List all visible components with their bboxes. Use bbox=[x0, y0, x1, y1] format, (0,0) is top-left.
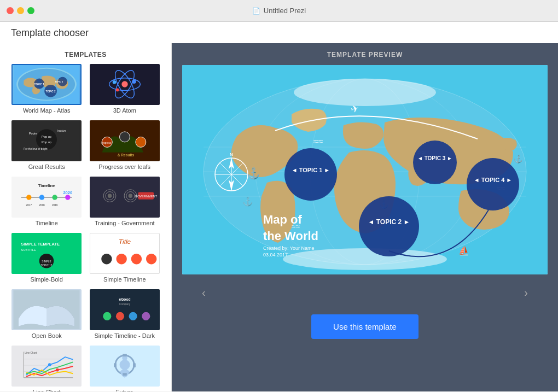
svg-text:Pop up: Pop up bbox=[42, 135, 51, 138]
svg-point-58 bbox=[101, 254, 112, 264]
svg-point-44 bbox=[108, 194, 112, 198]
svg-text:Company: Company bbox=[119, 303, 131, 306]
template-label-world-map: World Map - Atlas bbox=[23, 107, 71, 114]
svg-text:Pop up: Pop up bbox=[42, 141, 51, 144]
svg-text:SUBTITLE: SUBTITLE bbox=[21, 248, 36, 251]
preview-navigation: ‹ › bbox=[182, 277, 548, 309]
right-panel: TEMPLATE PREVIEW bbox=[172, 43, 558, 391]
template-item-simple-timeline-dark[interactable]: eGood Company Simple Timeline - Dark bbox=[86, 289, 164, 346]
svg-point-122 bbox=[284, 148, 337, 201]
svg-text:the World: the World bbox=[263, 229, 318, 243]
preview-section-label: TEMPLATE PREVIEW bbox=[172, 43, 558, 65]
template-item-open-book[interactable]: Open Book bbox=[8, 289, 86, 346]
template-thumb-3d-atom bbox=[90, 64, 160, 105]
template-item-great-results[interactable]: Pop up Pop up Popin Incisive For the lov… bbox=[8, 120, 86, 177]
svg-text:Created by: Your Name: Created by: Your Name bbox=[263, 245, 315, 251]
svg-text:Timeline: Timeline bbox=[38, 183, 55, 188]
left-panel: TEMPLATES bbox=[0, 43, 172, 391]
svg-point-61 bbox=[146, 254, 156, 264]
svg-rect-85 bbox=[123, 373, 127, 376]
svg-text:Title: Title bbox=[119, 238, 131, 245]
svg-text:Line Chart: Line Chart bbox=[25, 352, 37, 354]
template-thumb-simple-bold: SIMPLE TEMPLATE SUBTITLE SIMPLE TOPIC 12 bbox=[11, 233, 82, 274]
svg-text:2020: 2020 bbox=[63, 190, 73, 195]
svg-point-67 bbox=[116, 312, 124, 320]
template-label-simple-bold: Simple-Bold bbox=[31, 276, 63, 283]
svg-text:2018: 2018 bbox=[39, 204, 45, 207]
svg-text:⛵: ⛵ bbox=[458, 245, 469, 256]
svg-rect-70 bbox=[14, 347, 80, 385]
svg-point-103 bbox=[283, 248, 447, 270]
use-template-button[interactable]: Use this template bbox=[311, 314, 419, 339]
svg-point-60 bbox=[131, 254, 141, 264]
svg-text:≈≈: ≈≈ bbox=[313, 137, 323, 146]
template-thumb-training-gov: GOVERNMENT bbox=[90, 177, 160, 218]
svg-rect-63 bbox=[91, 290, 158, 329]
svg-point-16 bbox=[113, 80, 117, 84]
svg-point-18 bbox=[36, 129, 57, 150]
svg-point-26 bbox=[119, 132, 130, 142]
svg-point-47 bbox=[128, 194, 132, 198]
template-item-training-gov[interactable]: GOVERNMENT Training - Government bbox=[86, 177, 164, 233]
svg-point-35 bbox=[53, 195, 57, 200]
svg-text:Progress: Progress bbox=[101, 142, 112, 144]
svg-text:TOPIC 12: TOPIC 12 bbox=[41, 264, 53, 267]
svg-point-128 bbox=[467, 158, 519, 210]
template-label-simple-timeline-dark: Simple Timeline - Dark bbox=[94, 332, 155, 339]
template-item-progress-leafs[interactable]: Progress & Results Progress over leafs bbox=[86, 120, 164, 177]
template-item-timeline[interactable]: Timeline 2017 2018 2019 2020 Timeline bbox=[8, 177, 86, 233]
template-grid: TOPIC 1 TOPIC 2 TOPIC 3 World Map - Atla… bbox=[0, 64, 171, 391]
svg-text:N: N bbox=[230, 152, 233, 157]
svg-text:& Results: & Results bbox=[117, 153, 134, 157]
svg-point-10 bbox=[121, 81, 127, 87]
template-item-simple-timeline[interactable]: Title Simple Timeline bbox=[86, 233, 164, 289]
next-arrow[interactable]: › bbox=[515, 282, 537, 303]
template-label-training-gov: Training - Government bbox=[95, 220, 155, 226]
template-label-timeline: Timeline bbox=[36, 220, 58, 226]
traffic-lights bbox=[7, 7, 34, 14]
template-label-progress-leafs: Progress over leafs bbox=[98, 163, 150, 170]
svg-text:SIMPLE TEMPLATE: SIMPLE TEMPLATE bbox=[21, 242, 60, 247]
app-title: Template chooser bbox=[0, 22, 558, 43]
use-template-label: Use this template bbox=[333, 322, 397, 331]
svg-point-124 bbox=[359, 196, 419, 256]
maximize-button[interactable] bbox=[27, 7, 34, 14]
template-label-3d-atom: 3D Atom bbox=[113, 107, 136, 114]
svg-point-14 bbox=[132, 80, 136, 84]
svg-text:eGood: eGood bbox=[119, 297, 130, 301]
svg-text:◄ TOPIC 2 ►: ◄ TOPIC 2 ► bbox=[368, 218, 410, 226]
svg-point-66 bbox=[103, 312, 111, 320]
template-item-simple-bold[interactable]: SIMPLE TEMPLATE SUBTITLE SIMPLE TOPIC 12… bbox=[8, 233, 86, 289]
svg-text:◄ TOPIC 1 ►: ◄ TOPIC 1 ► bbox=[292, 167, 330, 173]
template-item-future[interactable]: Future bbox=[86, 346, 164, 391]
prev-arrow-icon: ‹ bbox=[202, 286, 206, 299]
svg-point-78 bbox=[56, 368, 59, 372]
template-item-world-map[interactable]: TOPIC 1 TOPIC 2 TOPIC 3 World Map - Atla… bbox=[8, 64, 86, 120]
svg-text:TOPIC 3: TOPIC 3 bbox=[55, 81, 63, 83]
template-thumb-future bbox=[90, 346, 160, 387]
main-layout: TEMPLATES bbox=[0, 43, 558, 391]
svg-point-77 bbox=[48, 363, 51, 366]
app-title-text: Template chooser bbox=[11, 27, 89, 38]
svg-point-82 bbox=[119, 360, 130, 370]
svg-point-102 bbox=[294, 79, 436, 106]
template-item-line-chart[interactable]: Line Chart Line Chart bbox=[8, 346, 86, 391]
svg-point-68 bbox=[129, 312, 137, 320]
svg-point-69 bbox=[142, 312, 150, 320]
close-button[interactable] bbox=[7, 7, 14, 14]
svg-rect-86 bbox=[114, 363, 117, 367]
template-thumb-timeline: Timeline 2017 2018 2019 2020 bbox=[11, 177, 82, 218]
svg-point-33 bbox=[26, 195, 31, 200]
template-thumb-simple-timeline-dark: eGood Company bbox=[90, 289, 160, 330]
svg-text:TOPIC 1: TOPIC 1 bbox=[34, 83, 45, 86]
preview-header-text: TEMPLATE PREVIEW bbox=[327, 51, 403, 58]
svg-text:Popin: Popin bbox=[29, 132, 37, 135]
svg-text:Map of: Map of bbox=[263, 213, 303, 226]
template-label-future: Future bbox=[116, 389, 133, 391]
prev-arrow[interactable]: ‹ bbox=[193, 282, 214, 303]
minimize-button[interactable] bbox=[17, 7, 24, 14]
svg-text:Incisive: Incisive bbox=[57, 130, 66, 132]
template-label-simple-timeline: Simple Timeline bbox=[103, 276, 146, 283]
template-item-3d-atom[interactable]: 3D Atom bbox=[86, 64, 164, 120]
svg-text:GOVERNMENT: GOVERNMENT bbox=[135, 195, 157, 198]
